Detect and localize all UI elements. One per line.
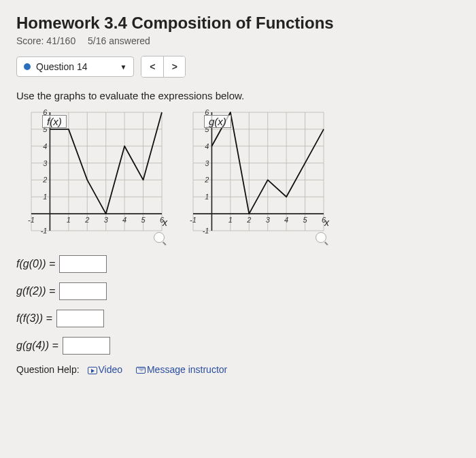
help-label: Question Help: bbox=[16, 364, 80, 375]
svg-text:-1: -1 bbox=[28, 216, 35, 224]
svg-text:4: 4 bbox=[205, 142, 209, 150]
answer-input-2[interactable] bbox=[59, 282, 107, 300]
answer-row: f(g(0)) = bbox=[16, 255, 460, 273]
score-text: Score: 41/160 bbox=[16, 35, 75, 46]
svg-text:4: 4 bbox=[122, 216, 126, 224]
answer-lhs: g(f(2)) = bbox=[16, 285, 55, 297]
svg-text:-1: -1 bbox=[190, 216, 197, 224]
zoom-icon[interactable] bbox=[316, 232, 326, 243]
video-icon bbox=[88, 367, 97, 374]
graphs-container: -1123456-1123456 f(x) x -1123456-1123456… bbox=[16, 108, 460, 244]
svg-text:3: 3 bbox=[266, 216, 271, 224]
video-link[interactable]: Video bbox=[88, 364, 123, 375]
answer-lhs: f(f(3)) = bbox=[16, 312, 52, 325]
page-title: Homework 3.4 Composition of Functions bbox=[16, 14, 460, 33]
svg-text:1: 1 bbox=[228, 216, 233, 224]
svg-text:4: 4 bbox=[43, 142, 47, 150]
plot-f-svg: -1123456-1123456 bbox=[16, 108, 166, 244]
mail-icon bbox=[136, 367, 146, 374]
svg-text:1: 1 bbox=[43, 193, 47, 201]
svg-text:-1: -1 bbox=[203, 227, 209, 235]
question-help: Question Help: Video Message instructor bbox=[16, 364, 460, 375]
next-question-button[interactable]: > bbox=[163, 56, 185, 77]
question-bar: Question 14 ▼ < > bbox=[16, 56, 460, 78]
svg-text:2: 2 bbox=[204, 176, 209, 184]
svg-text:1: 1 bbox=[205, 193, 209, 201]
svg-text:3: 3 bbox=[205, 159, 209, 167]
graph-f: -1123456-1123456 f(x) x bbox=[16, 108, 166, 244]
graph-f-axis-label: x bbox=[163, 217, 167, 228]
graph-g-axis-label: x bbox=[324, 217, 329, 228]
plot-g-svg: -1123456-1123456 bbox=[178, 108, 328, 244]
svg-text:5: 5 bbox=[303, 216, 308, 224]
graph-g-label: g(x) bbox=[204, 115, 231, 128]
svg-text:2: 2 bbox=[246, 216, 251, 224]
svg-text:5: 5 bbox=[141, 216, 146, 224]
instruction-text: Use the graphs to evaluate the expressio… bbox=[16, 90, 460, 101]
score-line: Score: 41/160 5/16 answered bbox=[16, 35, 460, 46]
answer-input-4[interactable] bbox=[63, 337, 110, 355]
message-instructor-link[interactable]: Message instructor bbox=[131, 364, 227, 375]
answers-list: f(g(0)) = g(f(2)) = f(f(3)) = g(g(4)) = bbox=[16, 255, 460, 355]
answer-input-3[interactable] bbox=[56, 310, 104, 327]
prev-question-button[interactable]: < bbox=[141, 56, 163, 77]
chevron-down-icon: ▼ bbox=[120, 63, 127, 71]
svg-text:3: 3 bbox=[104, 216, 109, 224]
status-dot-icon bbox=[24, 63, 31, 70]
zoom-icon[interactable] bbox=[154, 232, 165, 243]
answer-row: g(g(4)) = bbox=[16, 337, 460, 355]
svg-text:4: 4 bbox=[284, 216, 288, 224]
question-nav: < > bbox=[141, 56, 186, 78]
svg-text:-1: -1 bbox=[41, 227, 48, 235]
answered-text: 5/16 answered bbox=[88, 35, 150, 46]
answer-row: g(f(2)) = bbox=[16, 282, 460, 300]
svg-text:2: 2 bbox=[84, 216, 89, 224]
answer-row: f(f(3)) = bbox=[16, 310, 460, 327]
answer-input-1[interactable] bbox=[59, 255, 107, 273]
graph-f-label: f(x) bbox=[42, 115, 67, 128]
question-label: Question 14 bbox=[36, 61, 88, 72]
svg-text:3: 3 bbox=[43, 159, 48, 167]
answer-lhs: f(g(0)) = bbox=[16, 258, 55, 270]
graph-g: -1123456-1123456 g(x) x bbox=[178, 108, 328, 244]
svg-text:1: 1 bbox=[67, 216, 71, 224]
svg-text:2: 2 bbox=[42, 176, 47, 184]
answer-lhs: g(g(4)) = bbox=[16, 340, 58, 352]
question-selector[interactable]: Question 14 ▼ bbox=[16, 56, 134, 77]
